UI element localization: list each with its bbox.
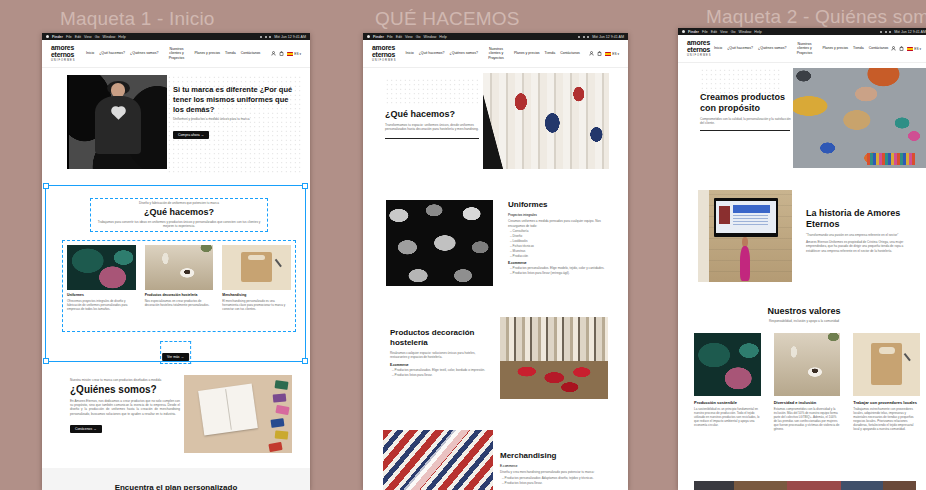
frame-label-maqueta-2[interactable]: Maqueta 2 - Quiénes somos <box>706 6 926 28</box>
hero-text: ¿Qué hacemos? Transformamos tu espacio: … <box>385 109 485 139</box>
nav-contactanos[interactable]: Contáctanos <box>241 51 261 55</box>
menubar-status-icons[interactable] <box>258 36 272 38</box>
merchandising-text: Merchandising E-commerce Diseña y crea m… <box>500 451 605 486</box>
frame-label-maqueta-1[interactable]: Maqueta 1 - Inicio <box>60 8 215 30</box>
shopping-bag-icon[interactable] <box>279 51 284 56</box>
uniformes-text: Uniformes Proyectos integrales Creamos u… <box>508 200 611 276</box>
menubar-clock[interactable]: Mié Jun 12 9:41 AM <box>592 35 624 39</box>
quienes-somos-image <box>184 375 292 453</box>
quienes-desc: En Amores Eternos, nos dedicamos a crear… <box>70 399 180 416</box>
selected-section-que-hacemos[interactable]: Diseño y fabricación de uniformes que po… <box>45 185 306 362</box>
nav-planes-precios[interactable]: Planes y precios <box>194 51 220 55</box>
uniformes-ecom-bullets: Productos personalizados. Elige modelo, … <box>510 266 611 275</box>
quienes-eyebrow: Nuestra misión: crear tu marca con produ… <box>70 378 180 382</box>
selection-handle[interactable] <box>302 183 308 189</box>
ecommerce-label: E-commerce <box>390 363 493 367</box>
menubar-item-file[interactable]: File <box>66 35 72 39</box>
macos-menubar: Finder File Edit View Go Window Help Mié… <box>363 33 628 40</box>
menubar-item-go[interactable]: Go <box>95 35 100 39</box>
shopping-bag-icon[interactable] <box>899 46 904 51</box>
menubar-item-finder[interactable]: Finder <box>52 35 63 39</box>
valores-cards: Producción sostenible La sostenibilidad … <box>694 333 920 431</box>
apple-logo-icon[interactable] <box>46 35 49 38</box>
section-heading-group[interactable]: Diseño y fabricación de uniformes que po… <box>90 198 268 232</box>
historia-quote: “Transformando una pasión en una empresa… <box>806 233 918 237</box>
user-icon[interactable] <box>891 46 896 51</box>
nav-que-hacemos[interactable]: ¿Qué hacemos? <box>99 51 125 55</box>
hosteleria-bullets: Productos personalizados. Elige textil, … <box>392 368 493 377</box>
site-logo[interactable]: amores eternos UNIFORMES <box>372 45 397 62</box>
quienes-title: ¿Quiénes somos? <box>70 384 180 396</box>
menubar-item-window[interactable]: Window <box>103 35 116 39</box>
menubar-clock[interactable]: Mié Jun 12 9:41 AM <box>274 35 306 39</box>
selection-handle[interactable] <box>43 358 49 364</box>
section-title: ¿Qué hacemos? <box>94 207 264 218</box>
card-uniformes[interactable]: Uniformes Ofrecemos proyectos integrales… <box>67 245 136 327</box>
merchandising-image <box>383 430 493 490</box>
apple-logo-icon[interactable] <box>367 35 370 38</box>
macos-menubar: Finder File Edit View Go Window Help Mié… <box>42 33 310 40</box>
hosteleria-text: Productos decoración hostelería Realzamo… <box>390 328 493 378</box>
nav-tienda[interactable]: Tienda <box>225 51 236 55</box>
ver-mas-selection[interactable]: Ver más → <box>160 341 192 364</box>
card-hosteleria[interactable]: Productos decoración hostelería Nos espe… <box>145 245 214 327</box>
nav-clientes-proyectos[interactable]: Nuestros clientes y Proyectos <box>163 47 189 59</box>
frame-label-que-hacemos[interactable]: QUÉ HACEMOS <box>375 8 520 30</box>
valores-subtitle: Responsabilidad, inclusión y apoyo a la … <box>678 319 926 323</box>
merchandising-desc: Diseña y crea merchandising personalizad… <box>500 470 605 474</box>
card-merchandising[interactable]: Merchandising El merchandising personali… <box>222 245 291 327</box>
cards-row[interactable]: Uniformes Ofrecemos proyectos integrales… <box>62 240 296 332</box>
uniformes-title: Uniformes <box>508 200 611 210</box>
menubar-status-icons[interactable] <box>878 31 892 33</box>
historia-title: La historia de Amores Eternos <box>806 208 918 230</box>
site-header: amores eternos UNIFORMES Inicio ¿Qué hac… <box>42 40 310 68</box>
hero-image-crafting <box>793 68 926 168</box>
site-logo[interactable]: amores eternos UNIFORMES <box>687 40 712 57</box>
site-logo[interactable]: amores eternos UNIFORMES <box>51 45 76 62</box>
historia-text: La historia de Amores Eternos “Transform… <box>806 208 918 253</box>
ecommerce-label: E-commerce <box>508 261 611 265</box>
selection-handle[interactable] <box>302 358 308 364</box>
historia-desc: Amores Eternos Uniformes es propiedad de… <box>806 240 918 253</box>
menubar-status-icons[interactable] <box>576 36 590 38</box>
main-nav: Inicio ¿Qué hacemos? ¿Quiénes somos? Nue… <box>712 42 891 54</box>
user-icon[interactable] <box>589 51 594 56</box>
main-nav: Inicio ¿Qué hacemos? ¿Quiénes somos? Nue… <box>397 47 589 59</box>
hero-subtitle: Uniformes y productos a medida únicos pa… <box>173 117 295 121</box>
menubar-item-edit[interactable]: Edit <box>75 35 81 39</box>
menubar-item-view[interactable]: View <box>84 35 92 39</box>
frame-maqueta-1: Finder File Edit View Go Window Help Mié… <box>42 33 310 490</box>
card-image-uniformes <box>67 245 136 290</box>
nav-quienes-somos[interactable]: ¿Quiénes somos? <box>130 51 158 55</box>
section-desc: Trabajamos para convertir tus ideas en u… <box>94 220 264 229</box>
language-selector[interactable]: ES ▾ <box>605 52 619 56</box>
shopping-bag-icon[interactable] <box>597 51 602 56</box>
dot-pattern <box>385 78 480 106</box>
bottom-section: Encuentra el plan personalizado <box>42 468 310 490</box>
dot-pattern <box>700 68 780 94</box>
hero-title: ¿Qué hacemos? <box>385 109 485 120</box>
selection-handle[interactable] <box>43 183 49 189</box>
valores-title: Nuestros valores <box>678 306 926 317</box>
hero-cta-button[interactable]: Compra ahora → <box>173 131 209 139</box>
hero-portrait-image <box>67 75 167 169</box>
site-header: amores eternos UNIFORMES Inicio ¿Qué hac… <box>363 40 628 68</box>
language-selector[interactable]: ES ▾ <box>907 47 921 51</box>
hosteleria-title: Productos decoración hostelería <box>390 328 493 348</box>
menubar-clock[interactable]: Mié Jun 12 9:41 AM <box>894 30 926 34</box>
bottom-section-title: Encuentra el plan personalizado <box>42 468 310 490</box>
hosteleria-image <box>500 317 608 399</box>
valor-card-sostenible: Producción sostenible La sostenibilidad … <box>694 333 761 431</box>
conocenos-button[interactable]: Conócenos → <box>70 425 102 433</box>
spain-flag-icon <box>287 52 293 56</box>
menubar-item-help[interactable]: Help <box>118 35 125 39</box>
apple-logo-icon[interactable] <box>682 30 685 33</box>
valores-heading: Nuestros valores Responsabilidad, inclus… <box>678 306 926 323</box>
language-selector[interactable]: ES ▾ <box>287 52 301 56</box>
nav-inicio[interactable]: Inicio <box>86 51 94 55</box>
hero-title: Si tu marca es diferente ¿Por qué tener … <box>173 85 295 114</box>
ver-mas-button[interactable]: Ver más → <box>162 353 189 361</box>
user-icon[interactable] <box>271 51 276 56</box>
hero-desc: Comprometidos con la calidad, la persona… <box>700 117 792 126</box>
macos-menubar: Finder File Edit View Go Window Help Mié… <box>678 28 926 35</box>
